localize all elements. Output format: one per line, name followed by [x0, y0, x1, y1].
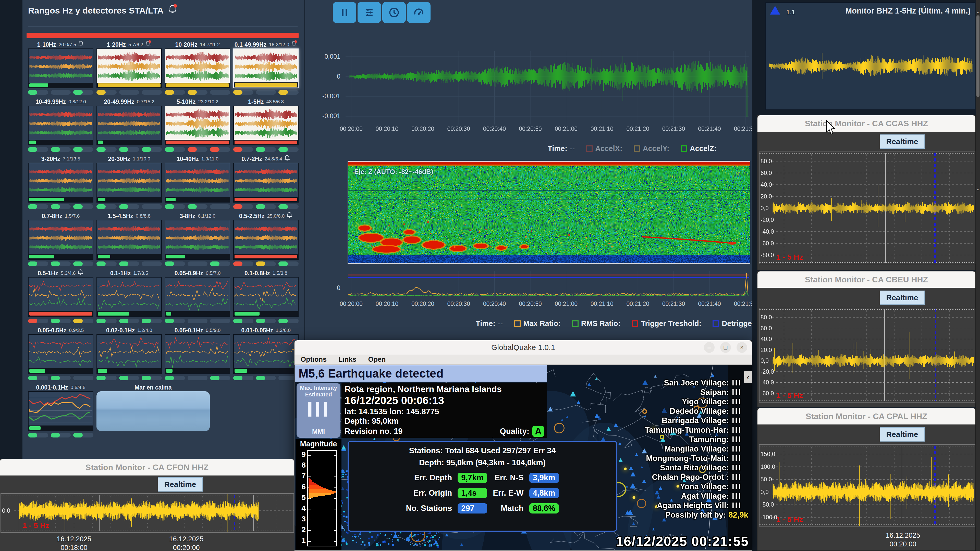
detector-thumbnail[interactable] — [233, 106, 299, 145]
detector-thumbnail[interactable] — [165, 163, 230, 203]
realtime-button[interactable]: Realtime — [158, 477, 203, 492]
globalquake-titlebar[interactable]: GlobalQuake 1.0.1 – □ × — [294, 340, 752, 354]
calm-sea-thumbnail[interactable] — [97, 391, 210, 431]
detector-thumbnail[interactable] — [165, 48, 230, 88]
detector-thumbnail[interactable] — [165, 334, 230, 374]
detector-thumbnail[interactable] — [97, 106, 162, 145]
pause-button[interactable] — [333, 2, 356, 23]
revision: Revision no. 19 — [345, 427, 402, 436]
detector-thumbnail[interactable] — [97, 163, 162, 203]
sta-lta-value: 0.9/3.5 — [69, 327, 84, 333]
indicator-pill — [256, 376, 265, 380]
indicator-pill — [233, 376, 242, 380]
detector-thumbnail[interactable] — [97, 48, 162, 88]
indicator-track — [51, 147, 71, 152]
acceleration-monitor-panel: 0,0010-0,001-0,001 00:20:0000:20:1000:20… — [304, 0, 752, 340]
maximize-button[interactable]: □ — [720, 342, 731, 353]
detector-indicators — [28, 376, 94, 380]
indicator-track — [51, 90, 71, 95]
trigger-bar-track — [97, 311, 161, 316]
trigger-bar — [166, 312, 171, 316]
station-monitor-title[interactable]: Station Monitor - CA CPAL HHZ — [757, 408, 975, 424]
indicator-track — [51, 376, 71, 380]
trigger-bar-track — [97, 197, 161, 202]
village-intensity: III — [729, 463, 748, 472]
close-button[interactable]: × — [737, 342, 747, 353]
bhz-waveform — [767, 36, 974, 97]
detector-thumbnail[interactable] — [28, 277, 94, 317]
detector-thumbnail[interactable] — [233, 277, 299, 317]
detector-thumbnail[interactable] — [233, 334, 299, 374]
detector-thumbnail[interactable] — [233, 220, 299, 260]
alarm-bell-icon[interactable] — [168, 4, 177, 17]
trigger-bar-track — [29, 140, 93, 145]
detector-thumbnail[interactable] — [28, 106, 94, 145]
scrollbar[interactable]: ▲ ▲ — [976, 0, 980, 551]
detector-thumbnail[interactable] — [28, 220, 94, 260]
felt-report-row: Agana Heights Vill:III — [657, 501, 748, 510]
scroll-up-icon[interactable]: ▲ — [976, 10, 980, 14]
indicator-track — [233, 90, 253, 95]
trigger-bar-track — [234, 311, 298, 316]
detector-label: 0.7-2Hz24.8/6.4 — [233, 155, 299, 163]
scroll-up-icon[interactable]: ▲ — [976, 187, 980, 191]
detector-thumbnail[interactable] — [28, 391, 94, 431]
scrollbar-thumb[interactable] — [977, 15, 980, 97]
clock-button[interactable] — [382, 2, 406, 23]
magnitude-tick: 5 — [297, 493, 306, 502]
detector-label: 20-30Hz1.1/10.0 — [97, 155, 162, 163]
minimize-button[interactable]: – — [704, 342, 714, 353]
indicator-track — [73, 90, 94, 95]
trigger-bar — [166, 255, 185, 259]
legend-label: AccelX: — [595, 144, 622, 153]
detector-thumbnail[interactable] — [233, 48, 299, 88]
indicator-track — [233, 319, 253, 323]
globalquake-window: GlobalQuake 1.0.1 – □ × OptionsLinksOpen… — [294, 340, 752, 551]
detector-cell: 0.05-0.1Hz0.5/9.0 — [165, 327, 230, 380]
detector-cell: 0.7-2Hz24.8/6.4 — [233, 155, 299, 209]
detector-thumbnail[interactable] — [165, 106, 230, 145]
trigger-bar-track — [165, 83, 230, 88]
trigger-bar-track — [97, 83, 161, 88]
legend-item: RMS Ratio: — [572, 319, 620, 328]
indicator-track — [210, 90, 230, 95]
detector-thumbnail[interactable] — [28, 48, 94, 88]
indicator-track — [233, 147, 253, 152]
station-monitor-title[interactable]: Station Monitor - CA CFON HHZ — [0, 459, 294, 475]
station-monitor-title[interactable]: Station Monitor - CA CCAS HHZ — [757, 115, 975, 132]
x-tick: 00:21:00 — [549, 125, 583, 132]
quality-label: Quality: — [500, 427, 529, 436]
mouse-cursor — [824, 119, 835, 136]
magnitude-tick: 9 — [297, 450, 306, 459]
filters-button[interactable] — [358, 2, 381, 23]
detector-thumbnail[interactable] — [97, 220, 162, 260]
detector-thumbnail[interactable] — [97, 277, 162, 317]
detector-thumbnail[interactable] — [165, 277, 230, 317]
detector-thumbnail[interactable] — [28, 163, 94, 203]
detector-thumbnail[interactable] — [165, 220, 230, 260]
menu-item-options[interactable]: Options — [301, 356, 327, 364]
indicator-track — [233, 262, 253, 266]
indicator-track — [51, 262, 71, 266]
detector-thumbnail[interactable] — [97, 334, 162, 374]
menu-item-open[interactable]: Open — [368, 356, 386, 364]
realtime-button[interactable]: Realtime — [880, 427, 924, 441]
realtime-button[interactable]: Realtime — [880, 291, 924, 305]
indicator-pill — [28, 319, 37, 323]
collapse-sidebar-button[interactable]: ‹ — [744, 371, 752, 383]
village-name: Tamuning: — [689, 435, 729, 444]
time-axis-label: 16.12.2025 00:18:00 — [43, 535, 105, 551]
gauge-button[interactable] — [407, 2, 431, 23]
legend-swatch — [634, 145, 640, 152]
indicator-track — [278, 90, 299, 95]
felt-report-row: Santa Rita Village:III — [660, 463, 748, 472]
detector-thumbnail[interactable] — [28, 334, 94, 374]
realtime-button[interactable]: Realtime — [880, 135, 924, 149]
legend-label: Trigger Treshold: — [641, 319, 701, 328]
menu-item-links[interactable]: Links — [339, 356, 356, 364]
detector-thumbnail[interactable] — [233, 163, 299, 203]
station-monitor-title[interactable]: Station Monitor - CA CBEU HHZ — [757, 272, 975, 288]
indicator-pill — [256, 90, 265, 95]
indicator-pill — [28, 90, 37, 95]
sta-lta-value: 0.7/15.2 — [137, 99, 154, 105]
